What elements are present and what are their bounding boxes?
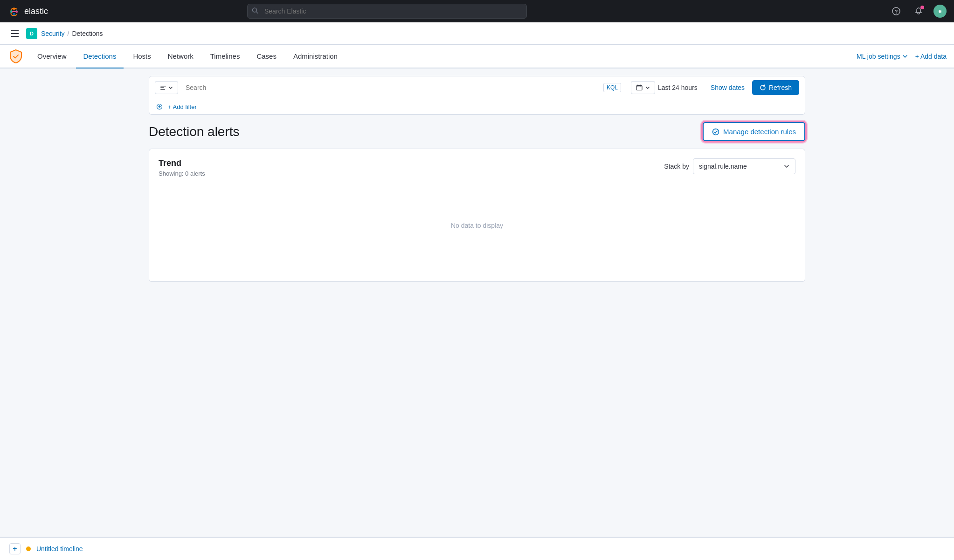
stack-by-area: Stack by signal.rule.name [664, 158, 795, 174]
svg-point-3 [16, 11, 18, 13]
filter-bar-bottom: + Add filter [149, 99, 805, 114]
ml-job-settings-button[interactable]: ML job settings [857, 53, 908, 60]
app-navigation: Overview Detections Hosts Network Timeli… [0, 45, 954, 68]
kql-badge[interactable]: KQL [603, 83, 621, 92]
svg-rect-16 [636, 86, 642, 90]
show-dates-button[interactable]: Show dates [707, 81, 748, 94]
tab-detections[interactable]: Detections [76, 45, 124, 68]
trend-card-left: Trend Showing: 0 alerts [159, 158, 205, 177]
add-data-button[interactable]: + Add data [915, 53, 947, 60]
tab-overview[interactable]: Overview [30, 45, 74, 68]
filter-type-select[interactable] [155, 81, 178, 94]
top-nav-right: ? e [889, 4, 947, 19]
filter-options-icon[interactable] [155, 102, 164, 111]
date-range-text: Last 24 hours [658, 84, 698, 91]
no-data-display: No data to display [159, 179, 795, 272]
manage-rules-label: Manage detection rules [723, 128, 796, 136]
app-nav-tabs: Overview Detections Hosts Network Timeli… [7, 45, 345, 68]
stack-by-value: signal.rule.name [699, 163, 747, 170]
stack-by-select[interactable]: signal.rule.name [693, 158, 795, 174]
add-data-label: + Add data [915, 53, 947, 60]
stack-by-label: Stack by [664, 163, 689, 170]
manage-detection-rules-button[interactable]: Manage detection rules [703, 122, 805, 141]
tab-network[interactable]: Network [160, 45, 201, 68]
breadcrumb-app-icon: D [26, 28, 37, 39]
add-filter-button[interactable]: + Add filter [168, 103, 197, 110]
search-filter-input[interactable] [182, 82, 600, 93]
refresh-label: Refresh [769, 84, 792, 91]
tab-cases[interactable]: Cases [249, 45, 284, 68]
trend-card: Trend Showing: 0 alerts Stack by signal.… [149, 149, 805, 282]
calendar-button[interactable] [631, 81, 655, 94]
svg-point-1 [13, 8, 15, 11]
help-icon-button[interactable]: ? [889, 4, 904, 19]
filter-bar: KQL Last 24 hours Show dates [149, 76, 805, 115]
menu-toggle-button[interactable] [7, 26, 22, 41]
detection-alerts-header: Detection alerts Manage detection rules [149, 122, 805, 141]
trend-title: Trend [159, 158, 205, 168]
no-data-text: No data to display [451, 222, 503, 229]
ml-job-settings-label: ML job settings [857, 53, 900, 60]
notifications-icon-button[interactable] [911, 4, 926, 19]
svg-rect-14 [160, 88, 164, 89]
elastic-logo-text: elastic [24, 7, 48, 16]
date-picker-area: Last 24 hours [625, 81, 703, 94]
tab-timelines[interactable]: Timelines [203, 45, 248, 68]
breadcrumb-bar: D Security / Detections [0, 22, 954, 45]
trend-subtitle: Showing: 0 alerts [159, 170, 205, 177]
refresh-button[interactable]: Refresh [752, 80, 799, 95]
trend-card-header: Trend Showing: 0 alerts Stack by signal.… [159, 158, 795, 177]
svg-text:?: ? [895, 9, 898, 14]
app-nav-actions: ML job settings + Add data [857, 53, 947, 60]
detection-alerts-title: Detection alerts [149, 124, 240, 139]
tab-hosts[interactable]: Hosts [125, 45, 158, 68]
breadcrumb-current: Detections [72, 30, 103, 37]
svg-rect-13 [160, 86, 166, 87]
svg-line-6 [256, 12, 258, 14]
top-navigation: elastic ? e [0, 0, 954, 22]
user-avatar[interactable]: e [933, 5, 947, 18]
notifications-badge [920, 6, 924, 9]
search-icon [252, 7, 258, 15]
search-bar-container [247, 4, 527, 19]
search-input[interactable] [247, 4, 527, 19]
svg-point-4 [13, 13, 15, 16]
breadcrumb-separator: / [68, 30, 69, 37]
filter-bar-top: KQL Last 24 hours Show dates [149, 76, 805, 99]
breadcrumb-parent[interactable]: Security [41, 30, 65, 37]
svg-rect-15 [160, 89, 165, 90]
page-content: KQL Last 24 hours Show dates [141, 68, 813, 289]
breadcrumb: Security / Detections [41, 30, 103, 37]
tab-administration[interactable]: Administration [286, 45, 345, 68]
svg-point-2 [10, 11, 13, 13]
elastic-logo[interactable]: elastic [7, 5, 63, 18]
